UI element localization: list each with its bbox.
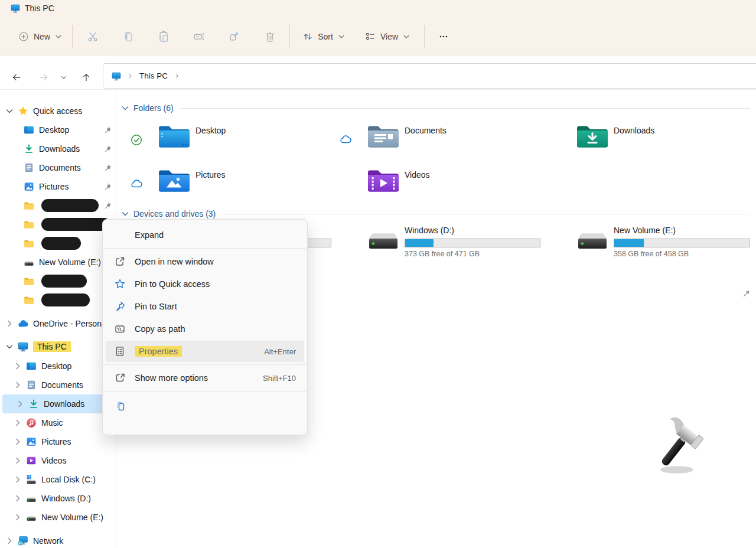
menu-item-copy[interactable] — [106, 394, 304, 417]
forward-button[interactable] — [35, 69, 52, 86]
sidebar-item-videos[interactable]: Videos — [0, 451, 116, 470]
sidebar-item-redacted-folder[interactable] — [0, 196, 116, 215]
sidebar-item-this-pc[interactable]: This PC — [0, 337, 116, 356]
sidebar-item-network[interactable]: Network — [0, 531, 116, 548]
menu-item-label: Copy as path — [135, 324, 296, 334]
chevron-down-icon[interactable] — [5, 342, 14, 351]
onedrive-cloud-icon — [18, 318, 28, 329]
chevron-right-icon[interactable] — [5, 536, 14, 546]
sidebar-item-desktop-pc[interactable]: Desktop — [0, 357, 116, 376]
menu-item-pin-to-start[interactable]: Pin to Start — [106, 296, 304, 317]
chevron-right-icon[interactable] — [13, 418, 22, 428]
chevron-right-icon[interactable] — [15, 399, 25, 409]
up-button[interactable] — [78, 69, 94, 86]
drive-usage-fill — [405, 239, 434, 247]
chevron-down-icon[interactable] — [5, 106, 14, 116]
paste-button[interactable] — [152, 26, 175, 47]
address-bar[interactable]: This PC — [103, 63, 756, 89]
breadcrumb-chevron-icon — [127, 73, 133, 79]
recent-locations-button[interactable] — [58, 69, 70, 86]
folder-tile-pictures[interactable]: Pictures — [126, 165, 333, 206]
drive-name: New Volume (E:) — [614, 226, 676, 235]
chevron-right-icon[interactable] — [13, 475, 22, 484]
new-button[interactable]: New — [13, 26, 67, 47]
documents-icon — [24, 162, 34, 173]
pin-outline-icon — [114, 301, 126, 312]
back-button[interactable] — [8, 69, 25, 86]
menu-item-label: Pin to Start — [135, 302, 296, 311]
documents-icon — [26, 380, 37, 390]
sidebar-label: Network — [33, 536, 63, 546]
sidebar-item-new-volume-e-qa[interactable]: New Volume (E:) — [0, 253, 116, 272]
chevron-right-icon[interactable] — [13, 513, 22, 522]
sidebar-item-documents-pc[interactable]: Documents — [0, 376, 116, 394]
chevron-right-icon[interactable] — [13, 494, 22, 503]
chevron-right-icon[interactable] — [13, 456, 22, 465]
menu-item-expand[interactable]: Expand — [106, 224, 304, 246]
chevron-right-icon[interactable] — [5, 319, 14, 328]
chevron-right-icon[interactable] — [13, 380, 22, 390]
videos-folder-icon — [367, 168, 400, 194]
folder-tile-label: Desktop — [195, 126, 226, 135]
drive-tile-new-volume-e[interactable]: New Volume (E:) 358 GB free of 458 GB — [544, 224, 751, 261]
folder-tile-videos[interactable]: Videos — [335, 165, 542, 206]
quick-access-star-icon — [18, 106, 28, 116]
redacted-folder-label — [41, 218, 110, 231]
chevron-right-icon[interactable] — [13, 361, 22, 371]
share-button[interactable] — [223, 26, 246, 47]
sidebar-item-new-volume-e[interactable]: New Volume (E:) — [0, 508, 116, 527]
menu-item-properties[interactable]: Properties Alt+Enter — [106, 341, 304, 362]
sidebar-item-windows-d[interactable]: Windows (D:) — [0, 489, 116, 508]
sidebar-item-quick-access[interactable]: Quick access — [0, 102, 116, 120]
sidebar-label: Downloads — [44, 399, 84, 409]
sidebar-label: New Volume (E:) — [41, 513, 103, 522]
folder-tile-documents[interactable]: Documents — [335, 121, 542, 161]
sidebar-item-redacted-folder[interactable] — [0, 291, 116, 309]
more-options-button[interactable] — [432, 26, 455, 47]
sidebar-item-pictures-pc[interactable]: Pictures — [0, 432, 116, 451]
chevron-right-icon[interactable] — [13, 437, 22, 446]
sidebar-item-pictures-qa[interactable]: Pictures — [0, 177, 116, 196]
sidebar-item-music[interactable]: Music — [0, 413, 116, 432]
this-pc-icon — [18, 341, 28, 352]
sidebar-label: Desktop — [41, 361, 71, 371]
sidebar-item-redacted-folder[interactable] — [0, 234, 116, 253]
menu-item-copy-as-path[interactable]: Copy as path — [106, 318, 304, 340]
menu-shortcut: Alt+Enter — [264, 347, 296, 356]
cut-button[interactable] — [81, 26, 105, 47]
chevron-down-icon[interactable] — [120, 209, 130, 218]
sidebar-item-redacted-folder[interactable] — [0, 215, 116, 234]
pictures-icon — [24, 181, 34, 192]
sidebar-item-documents-qa[interactable]: Documents — [0, 158, 116, 177]
rename-button[interactable] — [187, 26, 211, 47]
ellipsis-icon — [438, 31, 449, 43]
menu-item-pin-to-quick-access[interactable]: Pin to Quick access — [106, 273, 304, 295]
sidebar-item-onedrive[interactable]: OneDrive - Personal — [0, 314, 116, 333]
chevron-down-icon[interactable] — [120, 103, 130, 113]
file-explorer-window: This PC New Sort View — [0, 0, 756, 548]
sidebar-item-local-disk-c[interactable]: Local Disk (C:) — [0, 470, 116, 489]
this-pc-icon — [112, 71, 121, 81]
drives-section-header[interactable]: Devices and drives (3) — [120, 207, 750, 220]
drive-tile-windows-d[interactable]: Windows (D:) 373 GB free of 471 GB — [335, 224, 542, 261]
copy-button[interactable] — [116, 26, 140, 47]
folders-section-header[interactable]: Folders (6) — [120, 102, 750, 115]
chevron-down-icon — [54, 32, 63, 41]
folder-tile-desktop[interactable]: Desktop — [126, 121, 333, 161]
folder-tile-downloads[interactable]: Downloads — [544, 121, 751, 161]
menu-item-show-more-options[interactable]: Show more options Shift+F10 — [106, 367, 304, 389]
sidebar-item-desktop-qa[interactable]: Desktop — [0, 120, 116, 139]
sidebar-label: Quick access — [33, 106, 82, 116]
system-drive-icon — [26, 474, 37, 485]
sidebar-label: Downloads — [39, 144, 80, 154]
menu-item-open-new-window[interactable]: Open in new window — [106, 251, 304, 272]
sort-button[interactable]: Sort — [298, 26, 349, 47]
delete-button[interactable] — [258, 26, 282, 47]
desktop-icon — [24, 125, 34, 135]
context-menu: Expand Open in new window Pin to Quick a… — [102, 219, 308, 435]
breadcrumb-this-pc[interactable]: This PC — [139, 71, 168, 80]
sidebar-item-downloads-pc-selected[interactable]: Downloads — [2, 394, 113, 413]
sidebar-item-redacted-folder[interactable] — [0, 272, 116, 291]
view-button[interactable]: View — [360, 26, 415, 47]
sidebar-item-downloads-qa[interactable]: Downloads — [0, 139, 116, 158]
